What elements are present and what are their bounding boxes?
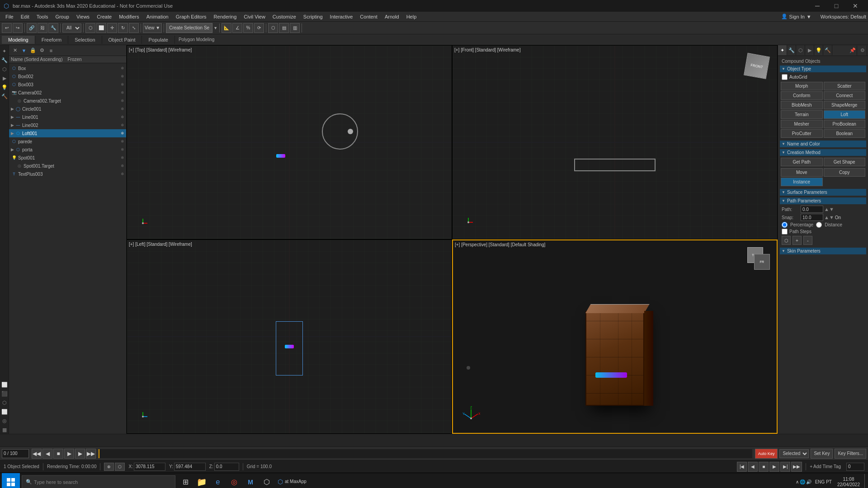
list-item[interactable]: ▶ ⬡ porta ❄ — [9, 145, 126, 154]
display-icon[interactable]: 💡 — [0, 83, 9, 91]
tab-hierarchy[interactable]: ⬡ — [796, 45, 805, 55]
coord-icon2[interactable]: ⬡ — [115, 463, 125, 471]
list-item[interactable]: ⬡ Box003 ❄ — [9, 80, 126, 89]
lower-icon6[interactable]: ▦ — [0, 426, 9, 434]
viewport-top-label[interactable]: [+] [Top] [Standard] [Wireframe] — [129, 47, 192, 52]
btn-loft[interactable]: Loft — [824, 110, 866, 119]
show-desktop-btn[interactable] — [864, 474, 866, 488]
y-input[interactable] — [174, 463, 206, 471]
start-button[interactable] — [2, 473, 20, 488]
current-frame-input[interactable] — [846, 463, 864, 471]
select-region-button[interactable]: ⬜ — [96, 23, 106, 33]
tab-populate[interactable]: Populate — [142, 36, 175, 44]
viewport-front-label[interactable]: [+] [Front] [Standard] [Wireframe] — [454, 47, 520, 52]
link-button[interactable]: 🔗 — [27, 23, 37, 33]
taskbar-search[interactable]: 🔍 Type here to search — [22, 475, 175, 488]
path-icon-btn2[interactable]: + — [793, 236, 802, 245]
task-icon-extra[interactable]: ⬡ — [259, 474, 275, 488]
btn-connect[interactable]: Connect — [824, 91, 866, 100]
btn-get-shape[interactable]: Get Shape — [824, 158, 866, 166]
tab-selection[interactable]: Selection — [68, 36, 102, 44]
nav-prev-btn[interactable]: ◀ — [748, 462, 758, 472]
lower-icon2[interactable]: ⬛ — [0, 389, 9, 398]
menu-customize[interactable]: Customize — [269, 13, 300, 20]
tab-modeling[interactable]: Modeling — [2, 36, 35, 44]
tab-utilities[interactable]: 🔨 — [823, 45, 832, 55]
volume-icon[interactable]: 🔊 — [806, 479, 811, 484]
btn-scatter[interactable]: Scatter — [824, 82, 866, 90]
nav-play-btn[interactable]: ▶ — [769, 462, 779, 472]
nav-fwd-btn[interactable]: ▶▶ — [791, 462, 802, 472]
btn-blobmesh[interactable]: BlobMesh — [781, 101, 823, 109]
task-icon-view[interactable]: ⊞ — [177, 474, 193, 488]
tab-object-paint[interactable]: Object Paint — [102, 36, 142, 44]
tray-icon-up[interactable]: ∧ — [796, 479, 799, 484]
viewport-left[interactable]: [+] [Left] [Standard] [Wireframe] — [127, 239, 452, 434]
menu-interactive[interactable]: Interactive — [326, 13, 357, 20]
clock[interactable]: 11:08 22/04/2022 — [835, 477, 862, 488]
nav-stop-btn[interactable]: ■ — [759, 462, 769, 472]
select-button[interactable]: ⬡ — [85, 23, 95, 33]
viewport-perspective[interactable]: [+] [Perspective] [Standard] [Default Sh… — [452, 239, 778, 434]
btn-instance[interactable]: Instance — [781, 178, 823, 186]
key-mode-dropdown[interactable]: Selected — [779, 449, 809, 458]
ref-coord-button[interactable]: View ▼ — [143, 23, 162, 33]
task-icon-edge[interactable]: e — [210, 474, 226, 488]
signin-area[interactable]: 👤 Sign In ▼ — [781, 14, 811, 19]
list-item[interactable]: 📷 Camera002 ❄ — [9, 89, 126, 97]
list-item[interactable]: T TextPlus003 ❄ — [9, 170, 126, 178]
close-scene-btn[interactable]: ✕ — [11, 47, 19, 55]
task-icon-3dsmax[interactable]: M — [242, 474, 259, 488]
add-time-tag-area[interactable]: + Add Time Tag — [810, 464, 841, 469]
set-key-button[interactable]: Set Key — [811, 449, 833, 459]
btn-boolean[interactable]: Boolean — [824, 129, 866, 138]
list-item-loft001[interactable]: ▶ ⬡ Loft001 ❄ — [9, 129, 126, 137]
3dsmax-taskbar-item[interactable]: ⬡ at MaxApp — [275, 473, 309, 488]
lower-icon1[interactable]: ⬜ — [0, 380, 9, 389]
scale-button[interactable]: ⤡ — [129, 23, 139, 33]
network-icon[interactable]: 🌐 — [800, 479, 805, 484]
menu-help[interactable]: Help — [403, 13, 420, 20]
motion-icon[interactable]: ▶ — [0, 74, 9, 82]
list-item[interactable]: ◎ Spot001.Target ❄ — [9, 162, 126, 170]
menu-create[interactable]: Create — [93, 13, 115, 20]
redo-button[interactable]: ↪ — [13, 23, 23, 33]
menu-views[interactable]: Views — [73, 13, 93, 20]
btn-conform[interactable]: Conform — [781, 91, 823, 100]
filter-btn[interactable]: ▼ — [20, 47, 28, 55]
btn-copy[interactable]: Copy — [824, 168, 866, 177]
modify-icon[interactable]: 🔧 — [0, 56, 9, 64]
tab-modify[interactable]: 🔧 — [787, 45, 796, 55]
percentage-radio[interactable] — [782, 222, 788, 228]
menu-scripting[interactable]: Scripting — [300, 13, 326, 20]
viewport-front[interactable]: [+] [Front] [Standard] [Wireframe] FRONT — [452, 45, 778, 239]
workspaces-area[interactable]: Workspaces: Default — [821, 14, 866, 19]
btn-mesher[interactable]: Mesher — [781, 120, 823, 128]
prev-frame-btn[interactable]: ◀ — [42, 449, 52, 459]
autogrid-checkbox[interactable] — [782, 74, 788, 80]
skin-params-title[interactable]: ▼ Skin Parameters — [780, 248, 866, 254]
tab-create[interactable]: ✦ — [778, 45, 787, 55]
distance-radio[interactable] — [816, 222, 822, 228]
minimize-button[interactable]: ─ — [808, 0, 826, 12]
sort-btn[interactable]: ≡ — [47, 47, 55, 55]
surface-params-title[interactable]: ▼ Surface Parameters — [780, 189, 866, 196]
creation-method-title[interactable]: ▼ Creation Method — [780, 149, 866, 156]
stop-btn[interactable]: ■ — [53, 449, 63, 459]
btn-morph[interactable]: Morph — [781, 82, 823, 90]
play-fwd-btn[interactable]: ▶▶ — [86, 449, 96, 459]
menu-tools[interactable]: Tools — [33, 13, 52, 20]
close-button[interactable]: ✕ — [846, 0, 864, 12]
tab-freeform[interactable]: Freeform — [35, 36, 69, 44]
menu-modifiers[interactable]: Modifiers — [115, 13, 143, 20]
timeline-track[interactable] — [99, 449, 752, 458]
z-input[interactable] — [214, 463, 239, 471]
bind-button[interactable]: 🔧 — [48, 23, 58, 33]
x-input[interactable] — [134, 463, 165, 471]
snap-spinner-icon[interactable]: ▲▼ — [824, 215, 834, 220]
rotate-button[interactable]: ↻ — [118, 23, 128, 33]
object-type-title[interactable]: ▼ Object Type — [780, 66, 866, 72]
lower-icon5[interactable]: ◎ — [0, 417, 9, 425]
viewport-top[interactable]: [+] [Top] [Standard] [Wireframe] — [127, 45, 452, 239]
create-icon[interactable]: ✦ — [0, 47, 9, 55]
